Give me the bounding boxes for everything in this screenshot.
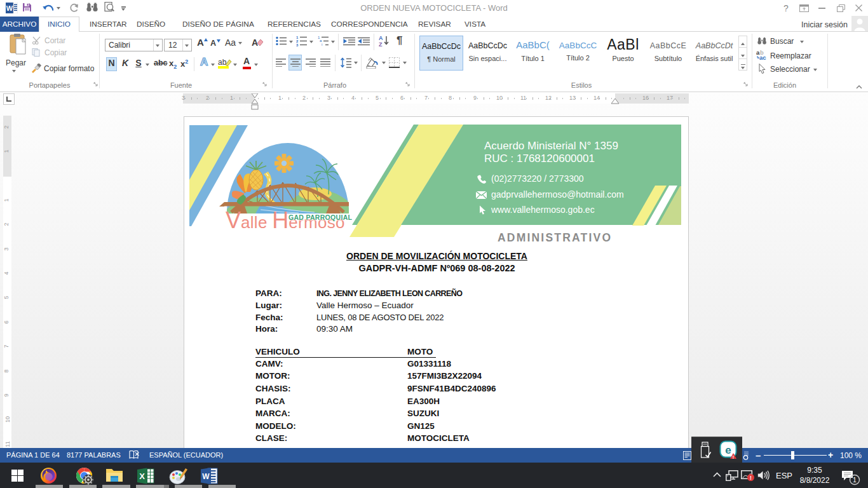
svg-text:e: e: [725, 444, 731, 456]
svg-text:X: X: [139, 471, 145, 481]
svg-text:ab: ab: [218, 58, 227, 67]
svg-text:1: 1: [853, 476, 857, 484]
svg-text:A: A: [379, 35, 383, 41]
svg-text:W: W: [202, 472, 210, 481]
svg-text:Z: Z: [379, 41, 383, 47]
svg-text:i: i: [322, 43, 322, 46]
svg-text:!: !: [750, 475, 752, 481]
svg-text:ac: ac: [759, 54, 766, 60]
svg-text:A: A: [252, 37, 258, 48]
svg-text:!: !: [733, 455, 734, 459]
svg-text:3: 3: [296, 43, 299, 46]
